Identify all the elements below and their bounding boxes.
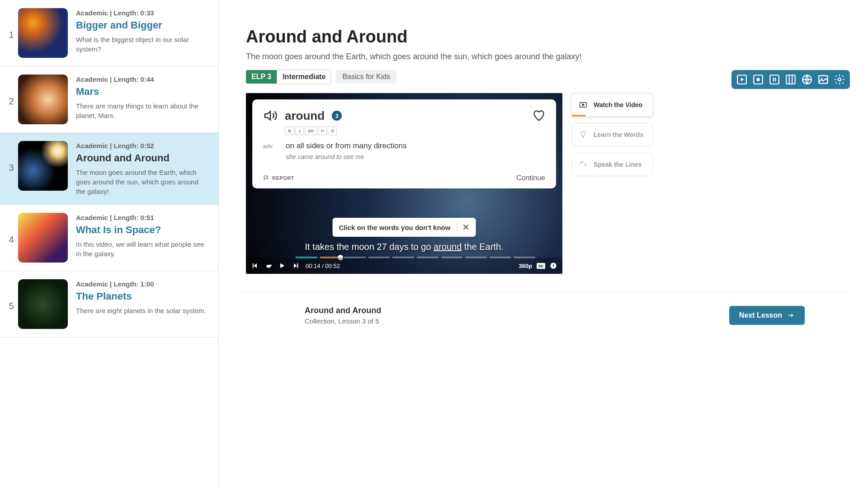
lesson-item-4[interactable]: 4 Academic | Length: 0:51 What Is in Spa…: [0, 205, 218, 271]
globe-icon[interactable]: [801, 74, 813, 85]
phonetic-char: d: [328, 127, 337, 135]
lesson-thumbnail: [18, 75, 68, 124]
category-badge[interactable]: Basics for Kids: [336, 70, 396, 84]
gear-icon[interactable]: [834, 74, 845, 85]
report-button[interactable]: REPORT: [263, 175, 294, 181]
word-text: around: [285, 109, 325, 123]
svg-point-14: [838, 78, 841, 81]
audio-icon[interactable]: [263, 108, 278, 123]
lesson-thumbnail: [18, 279, 68, 329]
part-of-speech: adv: [263, 141, 277, 150]
svg-rect-4: [770, 75, 779, 84]
info-icon[interactable]: i: [550, 262, 557, 269]
svg-marker-1: [741, 78, 744, 82]
video-controls: 00:14 / 00:52 360p cc i: [246, 258, 562, 274]
lesson-number: 1: [5, 8, 18, 40]
play-icon[interactable]: [736, 74, 748, 85]
svg-rect-3: [757, 78, 760, 81]
next-label: Next Lesson: [739, 311, 782, 319]
lesson-number: 2: [5, 75, 18, 107]
svg-marker-20: [280, 263, 284, 268]
svg-marker-26: [583, 104, 585, 106]
stop-icon[interactable]: [752, 74, 764, 85]
lesson-item-2[interactable]: 2 Academic | Length: 0:44 Mars There are…: [0, 66, 218, 133]
mode-watch-video[interactable]: Watch the Video: [571, 93, 653, 117]
mode-label: Speak the Lines: [594, 161, 642, 168]
lesson-number: 4: [5, 213, 18, 245]
mode-label: Learn the Words: [594, 131, 643, 138]
arrow-right-icon: [787, 312, 795, 319]
svg-text:i: i: [553, 263, 554, 268]
lesson-footer: Around and Around Collection, Lesson 3 o…: [237, 292, 850, 338]
footer-subtitle: Collection, Lesson 3 of 5: [305, 317, 381, 325]
mode-learn-words[interactable]: Learn the Words: [571, 123, 653, 146]
svg-rect-17: [253, 263, 254, 268]
lesson-title: The Planets: [76, 291, 209, 302]
example-sentence: she came around to see me: [286, 153, 545, 160]
svg-line-32: [585, 131, 586, 132]
video-toolbar: [731, 70, 850, 89]
report-label: REPORT: [272, 175, 294, 181]
lesson-description: What is the biggest object in our solar …: [76, 35, 209, 54]
lesson-thumbnail: [18, 8, 68, 58]
image-icon[interactable]: [817, 74, 829, 85]
lesson-item-3[interactable]: 3 Academic | Length: 0:52 Around and Aro…: [0, 133, 218, 205]
lesson-title: Mars: [76, 86, 209, 98]
phonetics: ə ɹ aʊ n d: [285, 127, 545, 135]
lesson-number: 5: [5, 279, 18, 311]
lesson-sidebar: 1 Academic | Length: 0:33 Bigger and Big…: [0, 0, 219, 488]
pause-icon[interactable]: [769, 74, 780, 85]
lesson-meta: Academic | Length: 0:33: [76, 9, 209, 17]
video-caption[interactable]: It takes the moon 27 days to go around t…: [246, 242, 562, 252]
phonetic-char: ɹ: [295, 127, 304, 135]
prev-icon[interactable]: [251, 262, 259, 269]
lesson-description: In this video, we will learn what people…: [76, 239, 209, 258]
svg-rect-22: [297, 263, 298, 268]
next-icon[interactable]: [292, 262, 299, 269]
hint-tooltip: Click on the words you don't know ✕: [333, 218, 476, 237]
lesson-number: 3: [5, 141, 18, 173]
close-icon[interactable]: ✕: [457, 222, 469, 232]
footer-title: Around and Around: [305, 306, 381, 315]
phonetic-char: ə: [285, 127, 294, 135]
highlighted-word[interactable]: around: [434, 242, 462, 252]
next-lesson-button[interactable]: Next Lesson: [729, 306, 805, 325]
speak-icon: [578, 160, 588, 169]
svg-point-19: [270, 264, 272, 266]
svg-rect-7: [786, 75, 795, 84]
lesson-description: There are many things to learn about the…: [76, 101, 209, 120]
cc-button[interactable]: cc: [537, 263, 545, 269]
svg-marker-21: [294, 263, 297, 268]
elp-badge: ELP 3: [246, 70, 277, 84]
lesson-title: Bigger and Bigger: [76, 19, 209, 31]
video-time: 00:14 / 00:52: [306, 263, 340, 269]
page-subtitle: The moon goes around the Earth, which go…: [246, 52, 841, 61]
lesson-title: What Is in Space?: [76, 224, 209, 236]
quality-label[interactable]: 360p: [519, 263, 532, 269]
lesson-meta: Academic | Length: 0:52: [76, 142, 209, 150]
continue-button[interactable]: Continue: [516, 174, 545, 182]
lesson-item-1[interactable]: 1 Academic | Length: 0:33 Bigger and Big…: [0, 0, 218, 66]
definition: on all sides or from many directions: [286, 141, 406, 150]
lesson-thumbnail: [18, 213, 68, 263]
play-icon[interactable]: [278, 262, 286, 269]
vocabulary-card: around 3 ə ɹ aʊ n d adv: [252, 99, 556, 188]
columns-icon[interactable]: [785, 74, 797, 85]
phonetic-char: n: [318, 127, 327, 135]
tooltip-text: Click on the words you don't know: [339, 224, 451, 231]
svg-point-27: [581, 132, 585, 136]
svg-line-31: [580, 131, 581, 132]
lesson-meta: Academic | Length: 0:51: [76, 214, 209, 221]
svg-marker-16: [254, 263, 257, 268]
video-icon: [578, 101, 588, 109]
mode-speak-lines[interactable]: Speak the Lines: [571, 153, 653, 176]
lesson-item-5[interactable]: 5 Academic | Length: 1:00 The Planets Th…: [0, 271, 218, 338]
mode-panel: Watch the Video Learn the Words Speak th…: [571, 93, 653, 274]
phonetic-char: aʊ: [305, 127, 317, 135]
turtle-icon[interactable]: [265, 262, 272, 269]
heart-icon[interactable]: [533, 109, 545, 122]
video-player: around 3 ə ɹ aʊ n d adv: [246, 93, 562, 274]
main-content: Around and Around The moon goes around t…: [219, 0, 868, 488]
lesson-thumbnail: [18, 141, 68, 191]
lesson-meta: Academic | Length: 1:00: [76, 280, 209, 288]
